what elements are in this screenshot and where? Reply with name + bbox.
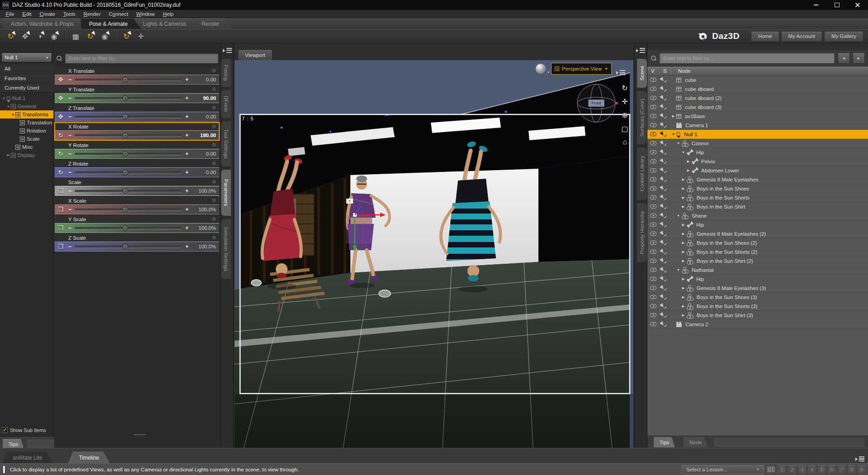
gear-icon[interactable] — [212, 142, 216, 148]
decrement-button[interactable]: − — [68, 95, 72, 101]
close-button[interactable] — [847, 0, 868, 10]
viewport-tab[interactable]: Viewport — [238, 49, 273, 60]
tree-right-icon[interactable] — [681, 223, 686, 227]
slider-value[interactable]: 0.00 — [192, 77, 216, 82]
increment-button[interactable]: + — [185, 225, 189, 231]
dock-tab-simulation-settings[interactable]: Simulation Settings — [221, 219, 231, 279]
tree-down-icon[interactable] — [1, 97, 6, 100]
slider-value[interactable]: 0.00 — [192, 170, 216, 175]
lesson-button-6[interactable]: 6 — [827, 465, 836, 474]
visibility-eye-icon[interactable] — [650, 232, 656, 236]
scene-node-av1base[interactable]: av1Base — [647, 112, 868, 121]
slider-value[interactable]: 0.00 — [192, 151, 216, 157]
param-group-translation[interactable]: Translation — [0, 119, 53, 127]
increment-button[interactable]: + — [185, 151, 189, 157]
slider-track[interactable] — [75, 171, 182, 174]
visibility-eye-icon[interactable] — [650, 286, 656, 290]
tree-down-icon[interactable] — [6, 105, 11, 108]
tree-right-icon[interactable] — [681, 259, 686, 263]
slider-track[interactable] — [75, 116, 182, 118]
slider-thumb[interactable] — [122, 95, 128, 101]
slider-thumb[interactable] — [122, 188, 128, 194]
scene-node-boys-in-the-sun-shoes-3[interactable]: Boys in the Sun Shoes (3) — [647, 293, 868, 302]
timeline-tab-animate-lite[interactable]: aniMate Lite — [2, 451, 53, 464]
selectable-cursor-icon[interactable] — [660, 285, 666, 291]
selectable-cursor-icon[interactable] — [660, 231, 666, 237]
show-sub-items-checkbox[interactable] — [2, 427, 8, 433]
gear-icon[interactable] — [212, 179, 216, 185]
selectable-cursor-icon[interactable] — [660, 86, 666, 92]
scene-bottom-tab-tips[interactable]: Tips — [654, 437, 675, 447]
dock-tab-tool-settings[interactable]: Tool Settings — [221, 121, 231, 166]
slider-track[interactable] — [75, 227, 182, 229]
home-button[interactable]: Home — [751, 31, 779, 42]
scene-node-cube-dboard[interactable]: cube dboard — [647, 85, 868, 94]
visibility-eye-icon[interactable] — [650, 168, 656, 172]
selectable-cursor-icon[interactable] — [660, 123, 666, 128]
slider-thumb[interactable] — [122, 133, 128, 138]
visibility-eye-icon[interactable] — [650, 177, 656, 181]
my-account-button[interactable]: My Account — [781, 31, 822, 42]
decrement-button[interactable]: − — [68, 225, 72, 231]
dock-tab-scene[interactable]: Scene — [637, 59, 647, 88]
param-group-scale[interactable]: Scale — [0, 135, 53, 143]
increment-button[interactable]: + — [185, 243, 189, 250]
node-selector-dropdown[interactable]: Null 1 — [1, 52, 52, 62]
param-group-misc[interactable]: Misc — [0, 143, 53, 151]
tree-down-icon[interactable] — [681, 151, 686, 154]
visibility-eye-icon[interactable] — [650, 186, 656, 190]
visibility-eye-icon[interactable] — [650, 204, 656, 209]
node-selection-tool-icon[interactable]: ↻ — [5, 31, 17, 42]
slider-value[interactable]: 90.00 — [192, 95, 216, 101]
slider-value[interactable]: 100.0% — [192, 188, 216, 194]
scene-node-hip[interactable]: Hip — [647, 275, 868, 284]
pan-icon[interactable]: ✛ — [619, 95, 631, 107]
menu-connect[interactable]: Connect — [105, 10, 132, 18]
slider-thumb[interactable] — [122, 151, 128, 157]
slider-track[interactable] — [75, 79, 182, 81]
scene-node-boys-in-the-sun-shirt[interactable]: Boys in the Sun Shirt — [647, 202, 868, 211]
gear-icon[interactable] — [212, 161, 216, 166]
gear-icon[interactable] — [212, 216, 216, 222]
spot-render-tool-icon[interactable]: ◉ — [48, 31, 60, 42]
minimize-button[interactable] — [806, 0, 826, 10]
tab-render[interactable]: Render — [193, 18, 233, 29]
increment-button[interactable]: + — [185, 95, 189, 101]
selectable-cursor-icon[interactable] — [660, 77, 666, 83]
decrement-button[interactable]: − — [68, 169, 72, 176]
scene-node-boys-in-the-sun-shorts-2[interactable]: Boys in the Sun Shorts (2) — [647, 247, 868, 256]
dock-tab-content-library[interactable]: Content Library — [637, 147, 647, 200]
selectable-cursor-icon[interactable] — [660, 213, 666, 218]
timeline-menu-icon[interactable] — [855, 456, 864, 463]
scene-node-boys-in-the-sun-shorts[interactable]: Boys in the Sun Shorts — [647, 193, 868, 202]
slider-thumb[interactable] — [122, 77, 128, 83]
selectable-cursor-icon[interactable] — [660, 267, 666, 273]
visibility-eye-icon[interactable] — [650, 313, 656, 317]
decrement-button[interactable]: − — [68, 188, 72, 194]
visibility-eye-icon[interactable] — [650, 159, 656, 163]
scene-node-camera-2[interactable]: Camera 2 — [647, 320, 868, 329]
visibility-eye-icon[interactable] — [650, 87, 656, 91]
slider-value[interactable]: 100.0% — [192, 244, 216, 249]
gear-icon[interactable] — [212, 105, 216, 111]
gear-icon[interactable] — [212, 86, 216, 92]
tree-right-icon[interactable] — [681, 304, 686, 308]
scene-node-cube[interactable]: cube — [647, 76, 868, 85]
menu-tools[interactable]: Tools — [59, 10, 80, 18]
home-view-icon[interactable]: ⌂ — [619, 136, 631, 148]
scene-node-genesis-8-male-eyelashes-3[interactable]: Genesis 8 Male Eyelashes (3) — [647, 284, 868, 293]
decrement-button[interactable]: − — [68, 132, 72, 138]
scene-node-cube-dboard-3[interactable]: cube dboard (3) — [647, 103, 868, 112]
visibility-eye-icon[interactable] — [650, 277, 656, 281]
selectable-cursor-icon[interactable] — [660, 276, 666, 282]
slider-value[interactable]: 180.00 — [192, 133, 216, 138]
visibility-eye-icon[interactable] — [650, 123, 656, 127]
decrement-button[interactable]: − — [68, 243, 72, 250]
selectable-cursor-icon[interactable] — [660, 95, 666, 101]
visibility-eye-icon[interactable] — [650, 105, 656, 109]
menu-create[interactable]: Create — [35, 10, 59, 18]
tree-right-icon[interactable] — [681, 196, 686, 200]
visibility-eye-icon[interactable] — [650, 322, 656, 326]
tree-right-icon[interactable] — [681, 187, 686, 190]
selectable-cursor-icon[interactable] — [660, 186, 666, 191]
